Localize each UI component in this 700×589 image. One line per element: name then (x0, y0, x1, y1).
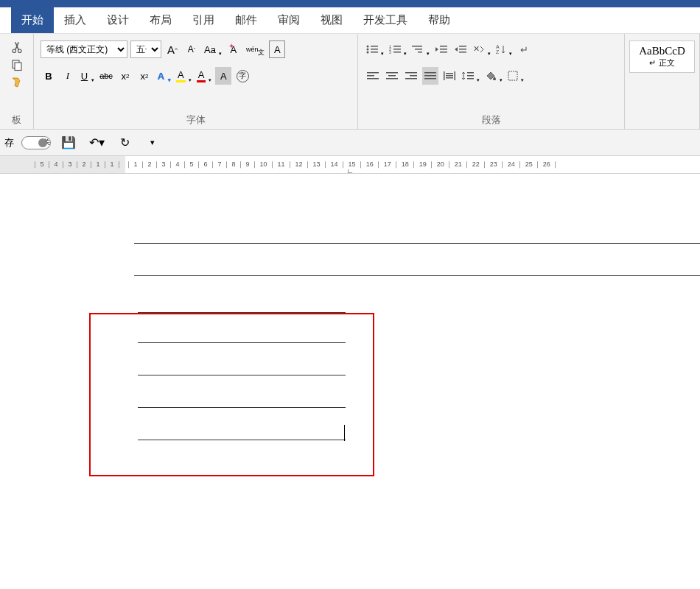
svg-rect-23 (459, 49, 466, 50)
copy-icon[interactable] (10, 58, 24, 71)
tab-home[interactable]: 开始 (11, 7, 54, 33)
svg-rect-46 (467, 72, 474, 74)
tab-review[interactable]: 审阅 (267, 7, 310, 33)
indent-icon (455, 44, 466, 54)
char-border-button[interactable]: A (269, 40, 285, 58)
document-page[interactable] (0, 174, 700, 589)
shrink-font-button[interactable]: Aˇ (183, 40, 200, 58)
bullets-icon (366, 44, 378, 54)
style-preview: AaBbCcD (635, 45, 689, 57)
enclose-char-button[interactable]: 字 (234, 67, 251, 85)
svg-rect-16 (412, 46, 422, 47)
style-normal[interactable]: AaBbCcD ↵ 正文 (629, 40, 695, 73)
tab-mailings[interactable]: 邮件 (225, 7, 267, 33)
annotation-box (89, 313, 374, 476)
distributed-button[interactable] (441, 67, 458, 85)
strikethrough-button[interactable]: abc (98, 67, 114, 85)
bold-button[interactable]: B (41, 67, 57, 85)
change-case-button[interactable]: Aa (203, 40, 223, 58)
undo-button[interactable]: ↶▾ (86, 133, 107, 153)
clear-format-button[interactable]: A✦ (225, 40, 242, 58)
multilevel-icon (412, 44, 424, 54)
svg-point-6 (367, 49, 369, 51)
redo-button[interactable]: ↻ (114, 133, 135, 153)
svg-rect-35 (405, 72, 417, 74)
subscript-button[interactable]: x2 (117, 67, 133, 85)
superscript-button[interactable]: x2 (136, 67, 153, 85)
align-center-icon (386, 71, 398, 80)
ruler-positive: ｜ 1 ｜ 2 ｜ 3 ｜ 4 ｜ 5 ｜ 6 ｜ 7 ｜ 8 ｜ 9 ｜ 10… (125, 156, 700, 173)
text-effects-button[interactable]: A (155, 67, 172, 85)
line-spacing-icon (462, 71, 474, 81)
svg-text:3: 3 (389, 50, 391, 54)
svg-rect-18 (418, 52, 422, 53)
svg-rect-47 (467, 75, 474, 77)
sort-button[interactable]: AZ (494, 40, 513, 58)
autosave-toggle[interactable]: 关 (21, 136, 51, 149)
svg-rect-3 (15, 63, 21, 71)
svg-rect-24 (459, 52, 466, 53)
tab-view[interactable]: 视图 (310, 7, 353, 33)
line-spacing-button[interactable] (461, 67, 480, 85)
align-left-button[interactable] (365, 67, 381, 85)
font-color-button[interactable]: A (195, 67, 213, 85)
cut-icon[interactable] (10, 40, 24, 54)
paint-bucket-icon (485, 71, 497, 81)
grow-font-button[interactable]: A^ (164, 40, 181, 58)
phonetic-guide-button[interactable]: wén文 (245, 40, 267, 58)
title-bar (0, 0, 700, 7)
svg-rect-42 (455, 71, 456, 80)
horizontal-ruler[interactable]: ｜ 5 ｜ 4 ｜ 3 ｜ 2 ｜ 1 ｜ 1 ｜ ｜ 1 ｜ 2 ｜ 3 ｜ … (0, 156, 700, 174)
increase-indent-button[interactable] (452, 40, 469, 58)
distributed-icon (444, 71, 455, 80)
svg-rect-19 (440, 46, 447, 47)
autosave-label: 存 (4, 136, 14, 149)
svg-rect-33 (388, 75, 396, 77)
svg-rect-34 (386, 78, 398, 80)
text-cursor (344, 425, 345, 441)
svg-rect-36 (410, 75, 417, 77)
line-4 (138, 375, 346, 375)
borders-button[interactable] (506, 67, 525, 85)
svg-rect-41 (444, 71, 445, 80)
italic-button[interactable]: I (60, 67, 76, 85)
tab-insert[interactable]: 插入 (54, 7, 97, 33)
show-marks-button[interactable]: ↵ (516, 40, 532, 58)
numbering-icon: 123 (389, 44, 401, 54)
numbering-button[interactable]: 123 (388, 40, 407, 58)
char-shading-button[interactable]: A (215, 67, 231, 85)
box-top-line (138, 312, 346, 313)
svg-rect-39 (424, 75, 436, 77)
customize-qat-button[interactable]: ▾ (142, 133, 163, 153)
svg-text:✕: ✕ (473, 44, 480, 53)
font-name-select[interactable]: 等线 (西文正文) (41, 40, 127, 58)
multilevel-list-button[interactable] (410, 40, 430, 58)
tab-layout[interactable]: 布局 (139, 7, 182, 33)
line-2 (134, 275, 700, 276)
clipboard-group: 板 (0, 34, 34, 129)
svg-rect-15 (393, 52, 401, 53)
svg-rect-40 (424, 78, 436, 80)
highlight-button[interactable]: A (175, 67, 192, 85)
svg-point-0 (13, 49, 16, 53)
svg-point-8 (367, 52, 369, 54)
tab-references[interactable]: 引用 (182, 7, 225, 33)
bullets-button[interactable] (365, 40, 385, 58)
svg-rect-43 (446, 73, 453, 74)
asian-layout-button[interactable]: ✕ (472, 40, 491, 58)
justify-button[interactable] (422, 67, 438, 85)
shading-button[interactable] (483, 67, 503, 85)
font-size-select[interactable]: 五号 (130, 40, 161, 58)
decrease-indent-button[interactable] (433, 40, 449, 58)
underline-button[interactable]: U (79, 67, 95, 85)
svg-point-1 (18, 49, 21, 53)
tab-help[interactable]: 帮助 (418, 7, 461, 33)
tab-developer[interactable]: 开发工具 (353, 7, 418, 33)
format-painter-icon[interactable] (10, 76, 24, 89)
align-center-button[interactable] (384, 67, 400, 85)
quick-access-bar: 存 关 💾 ↶▾ ↻ ▾ (0, 130, 700, 156)
tab-design[interactable]: 设计 (97, 7, 139, 33)
sort-icon: AZ (496, 44, 506, 54)
save-button[interactable]: 💾 (58, 133, 79, 153)
align-right-button[interactable] (403, 67, 419, 85)
